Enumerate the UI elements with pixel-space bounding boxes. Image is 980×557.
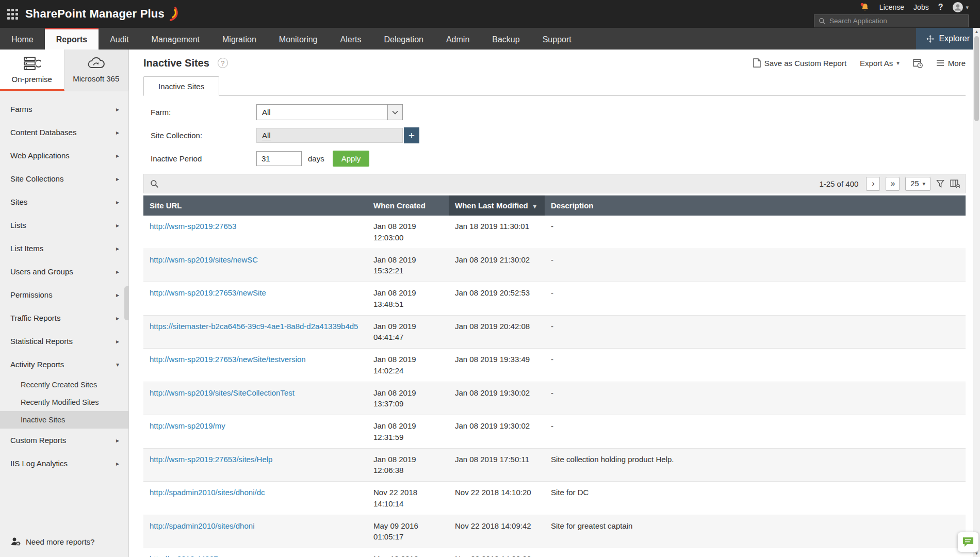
sidebar-item-label: Custom Reports xyxy=(10,436,66,445)
sidebar-item-sites[interactable]: Sites▸ xyxy=(0,190,128,214)
help-link[interactable]: ? xyxy=(938,3,943,12)
nav-tab-alerts[interactable]: Alerts xyxy=(329,28,373,50)
sidebar-item-traffic-reports[interactable]: Traffic Reports▸ xyxy=(0,306,128,330)
nav-tab-backup[interactable]: Backup xyxy=(481,28,531,50)
site-collection-value[interactable]: All xyxy=(262,131,271,140)
page-size-select[interactable]: 25 ▾ xyxy=(905,177,930,191)
column-header-when-last-modified[interactable]: When Last Modified▾ xyxy=(449,195,545,216)
sidebar-subitem-recently-created-sites[interactable]: Recently Created Sites xyxy=(0,376,128,394)
sidebar-item-permissions[interactable]: Permissions▸ xyxy=(0,283,128,306)
sidebar-item-content-databases[interactable]: Content Databases▸ xyxy=(0,121,128,144)
inactive-period-input[interactable] xyxy=(256,151,302,166)
site-url-link[interactable]: http://wsm-sp2019:27653 xyxy=(150,222,236,231)
nav-tab-migration[interactable]: Migration xyxy=(211,28,268,50)
sidebar-item-site-collections[interactable]: Site Collections▸ xyxy=(0,167,128,190)
nav-tab-management[interactable]: Management xyxy=(140,28,211,50)
nav-tab-monitoring[interactable]: Monitoring xyxy=(268,28,329,50)
sidebar-item-iis-log-analytics[interactable]: IIS Log Analytics▸ xyxy=(0,452,128,475)
jobs-link[interactable]: Jobs xyxy=(913,3,929,11)
add-site-collection-button[interactable]: + xyxy=(404,127,419,143)
column-header-when-created[interactable]: When Created xyxy=(367,195,449,216)
site-url-link[interactable]: https://sitemaster-b2ca6456-39c9-4ae1-8a… xyxy=(150,322,358,331)
sidebar-item-web-applications[interactable]: Web Applications▸ xyxy=(0,144,128,167)
sidebar-item-label: Web Applications xyxy=(10,151,70,160)
table-search-icon[interactable] xyxy=(150,179,159,188)
when-created-cell: Jan 08 201912:06:38 xyxy=(367,448,449,482)
mode-tab-microsoft-365[interactable]: Microsoft 365 xyxy=(64,50,129,91)
site-url-link[interactable]: http://wsm-sp2019:27653/newSite/testvers… xyxy=(150,355,306,364)
search-input[interactable] xyxy=(829,17,964,25)
more-button[interactable]: More xyxy=(936,59,966,68)
nav-tab-admin[interactable]: Admin xyxy=(435,28,481,50)
explorer-button[interactable]: Explorer xyxy=(916,28,980,50)
farm-select[interactable]: All xyxy=(256,104,403,120)
nav-tab-home[interactable]: Home xyxy=(0,28,45,50)
application-search[interactable] xyxy=(814,14,969,27)
sidebar-item-farms[interactable]: Farms▸ xyxy=(0,97,128,121)
chevron-right-icon: ▸ xyxy=(116,152,119,159)
chevron-down-icon: ▾ xyxy=(116,361,119,368)
scroll-up-icon[interactable]: ▲ xyxy=(973,28,980,35)
description-cell: - xyxy=(545,216,966,249)
user-menu[interactable]: ▾ xyxy=(952,2,969,13)
schedule-report-button[interactable] xyxy=(913,58,923,68)
sidebar-item-label: List Items xyxy=(10,244,43,253)
need-more-reports[interactable]: Need more reports? xyxy=(0,528,128,557)
chevron-right-icon: ▸ xyxy=(116,291,119,299)
chevron-down-icon[interactable] xyxy=(387,105,402,120)
search-icon xyxy=(819,18,826,25)
site-url-link[interactable]: http://wsm-sp2019:27653/newSite xyxy=(150,288,266,297)
scrollbar-thumb[interactable] xyxy=(974,36,979,121)
column-header-site-url[interactable]: Site URL xyxy=(143,195,367,216)
site-url-link[interactable]: http://sp2016:44867 xyxy=(150,554,218,557)
next-page-button[interactable]: › xyxy=(866,177,880,191)
nav-tab-audit[interactable]: Audit xyxy=(99,28,140,50)
site-url-link[interactable]: http://spadmin2010/sites/dhoni/dc xyxy=(150,488,265,497)
site-url-link[interactable]: http://wsm-sp2019/my xyxy=(150,421,225,430)
table-row: http://wsm-sp2019/myJan 08 201912:31:59J… xyxy=(143,415,966,449)
microsoft-365-cloud-icon xyxy=(86,56,106,71)
description-cell: - xyxy=(545,282,966,316)
sidebar-item-list-items[interactable]: List Items▸ xyxy=(0,237,128,260)
site-url-link[interactable]: http://wsm-sp2019:27653/sites/Help xyxy=(150,455,272,464)
sidebar-subitem-recently-modified-sites[interactable]: Recently Modified Sites xyxy=(0,394,128,411)
nav-tab-support[interactable]: Support xyxy=(531,28,583,50)
nav-tab-delegation[interactable]: Delegation xyxy=(372,28,435,50)
save-as-custom-report-button[interactable]: Save as Custom Report xyxy=(753,58,846,68)
sidebar-item-users-and-groups[interactable]: Users and Groups▸ xyxy=(0,260,128,283)
column-chooser-icon[interactable] xyxy=(950,179,960,188)
site-url-cell: http://wsm-sp2019:27653/newSite/testvers… xyxy=(143,349,367,382)
feedback-chat-button[interactable] xyxy=(958,532,978,552)
notification-bell-icon[interactable] xyxy=(860,2,870,12)
mode-tab-on-premise[interactable]: On-premise xyxy=(0,50,64,91)
filter-funnel-icon[interactable] xyxy=(936,179,944,188)
apps-grid-icon[interactable] xyxy=(7,9,18,20)
site-collection-field[interactable]: All xyxy=(256,128,403,143)
document-icon xyxy=(753,58,761,68)
main-nav: HomeReportsAuditManagementMigrationMonit… xyxy=(0,28,980,50)
site-url-link[interactable]: http://wsm-sp2019/sites/SiteCollectionTe… xyxy=(150,388,295,397)
nav-tab-reports[interactable]: Reports xyxy=(45,28,99,50)
sidebar-item-custom-reports[interactable]: Custom Reports▸ xyxy=(0,429,128,452)
export-as-button[interactable]: Export As ▾ xyxy=(860,59,900,68)
site-url-link[interactable]: http://wsm-sp2019/sites/newSC xyxy=(150,255,258,264)
when-last-modified-cell: Jan 08 2019 19:33:49 xyxy=(449,349,545,382)
sidebar-item-lists[interactable]: Lists▸ xyxy=(0,214,128,237)
chevron-down-icon: ▾ xyxy=(966,4,969,11)
inactive-period-label: Inactive Period xyxy=(151,154,256,163)
column-header-description[interactable]: Description xyxy=(545,195,966,216)
sidebar-item-activity-reports[interactable]: Activity Reports▾ xyxy=(0,353,128,376)
description-cell: Site for greatest captain xyxy=(545,515,966,548)
sidebar-item-label: Traffic Reports xyxy=(10,314,61,322)
vertical-scrollbar[interactable]: ▲ ▼ xyxy=(973,28,980,557)
nav-tabs: HomeReportsAuditManagementMigrationMonit… xyxy=(0,28,583,50)
site-url-link[interactable]: http://spadmin2010/sites/dhoni xyxy=(150,521,254,530)
apply-button[interactable]: Apply xyxy=(333,151,370,167)
tab-inactive-sites[interactable]: Inactive Sites xyxy=(143,76,219,96)
page-help-icon[interactable]: ? xyxy=(218,58,228,68)
sidebar-subitem-inactive-sites[interactable]: Inactive Sites xyxy=(0,411,128,429)
last-page-button[interactable]: » xyxy=(886,177,900,191)
sidebar-collapse-handle[interactable] xyxy=(124,286,129,320)
license-link[interactable]: License xyxy=(879,3,904,11)
sidebar-item-statistical-reports[interactable]: Statistical Reports▸ xyxy=(0,330,128,353)
